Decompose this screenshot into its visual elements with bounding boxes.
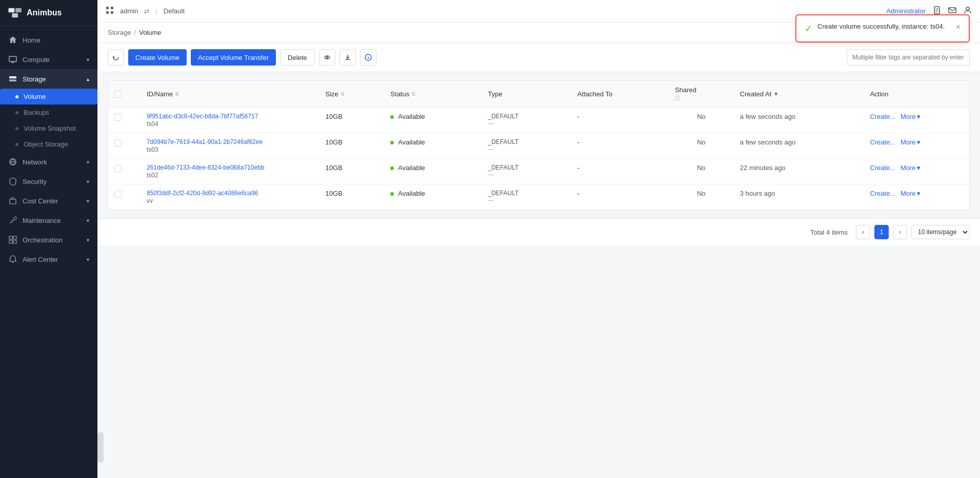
row-type-cell: _DEFAULT — <box>482 184 571 210</box>
sidebar-item-storage[interactable]: Storage ▴ <box>0 69 97 89</box>
pagination-prev[interactable]: ‹ <box>856 225 870 239</box>
snapshot-dot <box>15 127 18 130</box>
row-attached-cell: - <box>571 133 669 159</box>
sidebar-item-storage-label: Storage <box>23 75 87 83</box>
search-input[interactable] <box>847 49 970 66</box>
row-type-cell: _DEFAULT — <box>482 159 571 184</box>
svg-rect-2 <box>12 13 18 17</box>
svg-rect-11 <box>13 240 16 243</box>
svg-rect-10 <box>9 240 12 243</box>
grid-menu-icon[interactable] <box>106 6 114 16</box>
pagination-page-1[interactable]: 1 <box>874 225 889 239</box>
col-size: Size ⇅ <box>319 81 385 108</box>
volume-id-link-1[interactable]: 7d094b7e-7619-44a1-90a1-2b7246af62ee <box>147 138 313 146</box>
info-button[interactable] <box>360 49 376 66</box>
network-chevron: ▾ <box>87 159 89 165</box>
briefcase-icon <box>8 196 17 205</box>
shared-value-3: No <box>697 190 706 197</box>
sidebar-item-alert-center[interactable]: Alert Center ▾ <box>0 250 97 269</box>
alertcenter-chevron: ▾ <box>87 257 89 262</box>
type-sub-3: — <box>488 197 565 203</box>
row-id-cell: 850f3ddf-2cf2-420d-9d92-ac4086e6ca96 vv <box>141 184 319 210</box>
row-created-cell: a few seconds ago <box>734 108 864 133</box>
col-type: Type <box>482 81 571 108</box>
sort-created[interactable]: Created At ▼ <box>740 90 778 98</box>
refresh-button[interactable] <box>108 49 124 66</box>
row-checkbox-0[interactable] <box>114 114 122 121</box>
row-created-cell: 3 hours ago <box>734 184 864 210</box>
sidebar-item-cost-center[interactable]: Cost Center ▾ <box>0 191 97 211</box>
col-attached-label: Attached To <box>577 90 612 98</box>
notification-close-button[interactable]: × <box>956 23 961 32</box>
sidebar-item-home[interactable]: Home <box>0 30 97 50</box>
row-id-cell: 7d094b7e-7619-44a1-90a1-2b7246af62ee ts0… <box>141 133 319 159</box>
status-dot-2 <box>390 167 394 170</box>
action-more-1[interactable]: More ▾ <box>901 138 921 146</box>
volume-id-link-0[interactable]: 9f951abc-d3c8-42ec-b8da-7bf77af56717 <box>147 113 313 120</box>
row-shared-cell: No <box>669 108 734 133</box>
col-created-label: Created At <box>740 90 771 98</box>
sort-id-name[interactable]: ID/Name ⇅ <box>147 90 179 98</box>
sidebar-item-backups[interactable]: Backups <box>0 105 97 120</box>
bell-icon <box>8 255 17 264</box>
scroll-handle[interactable] <box>97 432 104 463</box>
pagination-next[interactable]: › <box>893 225 907 239</box>
download-button[interactable] <box>339 49 356 66</box>
svg-rect-3 <box>9 56 16 61</box>
sidebar-item-volume-snapshot[interactable]: Volume Snapshot <box>0 120 97 136</box>
sidebar-item-orchestration[interactable]: Orchestration ▾ <box>0 230 97 250</box>
eye-button[interactable] <box>319 49 335 66</box>
delete-button[interactable]: Delete <box>280 49 315 66</box>
row-type-cell: _DEFAULT — <box>482 133 571 159</box>
select-all-checkbox[interactable] <box>114 91 122 98</box>
sort-icon: ⇅ <box>175 91 179 97</box>
svg-point-23 <box>326 57 328 58</box>
svg-rect-0 <box>8 8 14 12</box>
sidebar-item-security-label: Security <box>23 178 87 185</box>
row-checkbox-3[interactable] <box>114 191 122 198</box>
sidebar: Animbus Home Compute ▾ Storage ▴ <box>0 0 97 478</box>
svg-rect-7 <box>10 199 16 204</box>
row-action-cell: Create... More ▾ <box>864 184 969 210</box>
sort-size[interactable]: Size ⇅ <box>326 90 345 98</box>
sidebar-item-maintenance[interactable]: Maintenance ▾ <box>0 211 97 230</box>
accept-transfer-button[interactable]: Accept Volume Transfer <box>191 49 276 66</box>
attached-to-0: - <box>577 113 579 120</box>
row-status-cell: Available <box>384 108 482 133</box>
svg-point-21 <box>966 7 969 10</box>
topbar-admin-link[interactable]: Administrator <box>886 7 926 15</box>
breadcrumb-parent[interactable]: Storage <box>108 29 131 36</box>
action-create-2[interactable]: Create... <box>870 164 895 172</box>
sidebar-item-compute[interactable]: Compute ▾ <box>0 50 97 69</box>
shared-info-icon[interactable]: ⓘ <box>675 95 680 102</box>
security-chevron: ▾ <box>87 179 89 184</box>
action-create-0[interactable]: Create... <box>870 113 895 120</box>
attached-to-3: - <box>577 190 579 197</box>
volume-name-0: ts04 <box>147 120 158 128</box>
create-volume-button[interactable]: Create Volume <box>128 49 187 66</box>
action-more-3[interactable]: More ▾ <box>901 190 921 197</box>
action-more-2[interactable]: More ▾ <box>901 164 921 172</box>
sidebar-item-security[interactable]: Security ▾ <box>0 172 97 191</box>
row-shared-cell: No <box>669 159 734 184</box>
sidebar-item-object-storage[interactable]: Object Storage <box>0 136 97 152</box>
row-checkbox-2[interactable] <box>114 165 122 172</box>
logo: Animbus <box>0 0 97 26</box>
table-wrapper: ID/Name ⇅ Size ⇅ Status <box>97 72 980 218</box>
table-row: 261de46d-7133-4dee-8324-be068a710ebb ts0… <box>108 159 970 184</box>
volume-id-link-3[interactable]: 850f3ddf-2cf2-420d-9d92-ac4086e6ca96 <box>147 190 313 197</box>
action-create-1[interactable]: Create... <box>870 138 895 146</box>
action-create-3[interactable]: Create... <box>870 190 895 197</box>
action-more-0[interactable]: More ▾ <box>901 113 921 120</box>
sidebar-item-network[interactable]: Network ▾ <box>0 152 97 172</box>
svg-rect-13 <box>111 7 113 9</box>
sidebar-item-volume[interactable]: Volume <box>0 89 97 105</box>
volume-size-2: 10GB <box>326 164 343 172</box>
page-size-select[interactable]: 10 items/page 20 items/page 50 items/pag… <box>911 225 970 239</box>
sidebar-item-network-label: Network <box>23 158 87 166</box>
topbar-divider: | <box>155 7 157 15</box>
notification-toast: ✓ Create volume successfully, instance: … <box>795 14 970 43</box>
volume-id-link-2[interactable]: 261de46d-7133-4dee-8324-be068a710ebb <box>147 164 313 171</box>
sort-status[interactable]: Status ⇅ <box>390 90 415 98</box>
row-checkbox-1[interactable] <box>114 139 122 147</box>
